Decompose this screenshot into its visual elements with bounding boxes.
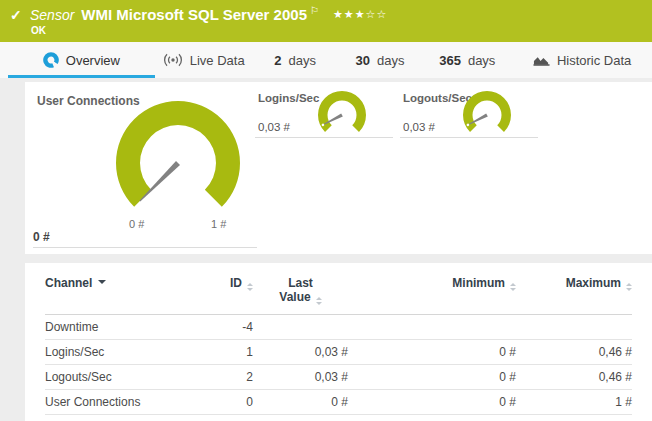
gauge-scale-max: 1 # <box>211 218 226 230</box>
status-ok-check-icon: ✓ <box>10 7 22 23</box>
column-header-maximum[interactable]: Maximum <box>516 263 632 315</box>
table-row: User Connections 0 0 # 0 # 1 # <box>45 390 632 415</box>
channel-maximum: 0,46 # <box>516 365 632 390</box>
gauge-user-connections: User Connections 0 # 1 # 0 # <box>33 88 257 248</box>
sort-icon <box>510 283 516 291</box>
sensor-title: WMI Microsoft SQL Server 2005 <box>81 6 307 23</box>
chevron-down-icon <box>98 280 106 288</box>
column-header-minimum[interactable]: Minimum <box>348 263 516 315</box>
logins-gauge-dial <box>315 90 369 138</box>
channel-table-panel: Channel ID Last Value Minimum Maximum <box>25 263 652 421</box>
user-connections-gauge-dial <box>108 97 248 207</box>
channel-maximum: 0,46 # <box>516 340 632 365</box>
sensor-status-text: OK <box>31 25 46 36</box>
column-header-channel[interactable]: Channel <box>45 263 195 315</box>
tab-live-data-label: Live Data <box>190 53 245 68</box>
channel-minimum: 0 # <box>348 340 516 365</box>
channel-name[interactable]: Logins/Sec <box>45 340 195 365</box>
tab-live-data[interactable]: Live Data <box>155 45 253 78</box>
table-row: Logouts/Sec 2 0,03 # 0 # 0,46 # <box>45 365 632 390</box>
sensor-header-bar: ✓ Sensor WMI Microsoft SQL Server 2005 ⚐… <box>0 0 652 42</box>
tab-365-days-unit: days <box>468 53 495 68</box>
column-header-value-label: Value <box>279 290 310 304</box>
tab-bar: Overview Live Data 2 days 30 days 365 da… <box>0 42 652 78</box>
column-header-maximum-label: Maximum <box>566 276 621 290</box>
channel-last-value <box>253 315 348 340</box>
channel-id: 1 <box>195 340 253 365</box>
gauge-scale-min: 0 # <box>129 218 144 230</box>
channel-name[interactable]: Logouts/Sec <box>45 365 195 390</box>
column-header-channel-label: Channel <box>45 276 92 290</box>
column-header-minimum-label: Minimum <box>452 276 505 290</box>
channel-minimum: 0 # <box>348 390 516 415</box>
tab-historic-data[interactable]: Historic Data <box>512 45 652 78</box>
channel-name[interactable]: User Connections <box>45 390 195 415</box>
priority-rating-stars[interactable]: ★★★☆☆ <box>333 8 387 21</box>
channel-last-value: 0,03 # <box>253 365 348 390</box>
table-row: Downtime -4 <box>45 315 632 340</box>
channel-id: 0 <box>195 390 253 415</box>
gauge-logins-sec: Logins/Sec 0,03 # <box>255 90 393 138</box>
sensor-kind-label: Sensor <box>30 7 74 23</box>
gauges-panel: User Connections 0 # 1 # 0 # Logins/Sec … <box>25 82 652 254</box>
tab-30-days[interactable]: 30 days <box>337 45 422 78</box>
column-header-last-value[interactable]: Last Value <box>253 263 348 315</box>
channel-id: -4 <box>195 315 253 340</box>
historic-chart-icon <box>533 53 550 67</box>
tab-2-days[interactable]: 2 days <box>253 45 338 78</box>
tab-365-days[interactable]: 365 days <box>422 45 512 78</box>
sort-icon <box>626 283 632 291</box>
gauge-icon <box>43 52 59 68</box>
table-row: Logins/Sec 1 0,03 # 0 # 0,46 # <box>45 340 632 365</box>
gauge-logouts-sec: Logouts/Sec 0,03 # <box>400 90 538 138</box>
gauge-user-connections-value: 0 # <box>33 230 50 244</box>
tab-2-days-number: 2 <box>274 53 281 68</box>
channel-last-value: 0 # <box>253 390 348 415</box>
logouts-gauge-dial <box>460 90 514 138</box>
tab-overview-label: Overview <box>66 53 120 68</box>
tab-30-days-number: 30 <box>355 53 369 68</box>
tab-365-days-number: 365 <box>439 53 461 68</box>
gauge-logins-value: 0,03 # <box>258 121 290 133</box>
column-header-id[interactable]: ID <box>195 263 253 315</box>
tab-30-days-unit: days <box>377 53 404 68</box>
column-header-last-label: Last <box>288 276 313 290</box>
tab-historic-data-label: Historic Data <box>557 53 631 68</box>
channel-maximum <box>516 315 632 340</box>
channel-id: 2 <box>195 365 253 390</box>
live-signal-icon <box>163 53 183 67</box>
channel-last-value: 0,03 # <box>253 340 348 365</box>
gauge-logins-title: Logins/Sec <box>258 92 319 104</box>
channel-minimum: 0 # <box>348 365 516 390</box>
tab-overview[interactable]: Overview <box>8 45 155 78</box>
channel-maximum: 1 # <box>516 390 632 415</box>
sort-icon <box>316 297 322 305</box>
column-header-id-label: ID <box>230 276 242 290</box>
gauge-logouts-value: 0,03 # <box>403 121 435 133</box>
sort-icon <box>247 283 253 291</box>
channel-minimum <box>348 315 516 340</box>
tab-2-days-unit: days <box>288 53 315 68</box>
channel-name[interactable]: Downtime <box>45 315 195 340</box>
table-header-row: Channel ID Last Value Minimum Maximum <box>45 263 632 315</box>
channel-table: Channel ID Last Value Minimum Maximum <box>45 263 632 415</box>
priority-flag-icon[interactable]: ⚐ <box>310 5 319 16</box>
